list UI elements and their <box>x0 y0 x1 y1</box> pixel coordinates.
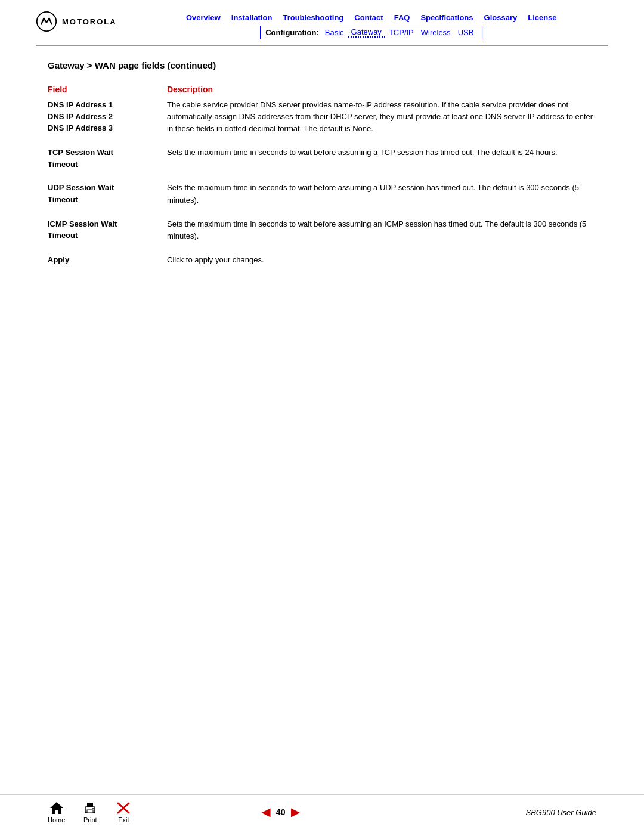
footer-navigation: Home Print Exit <box>48 801 148 823</box>
nav-license[interactable]: License <box>528 13 556 22</box>
desc-text: The cable service provider DNS server pr… <box>167 100 593 133</box>
nav-specifications[interactable]: Specifications <box>420 13 473 22</box>
guide-name: SBG900 User Guide <box>525 808 596 817</box>
navigation-area: Overview Installation Troubleshooting Co… <box>135 11 608 39</box>
top-navigation: Overview Installation Troubleshooting Co… <box>186 13 557 22</box>
sub-nav-label: Configuration: <box>265 28 319 37</box>
table-row: UDP Session WaitTimeout Sets the maximum… <box>48 179 596 208</box>
field-cell: Apply <box>48 252 167 268</box>
nav-overview[interactable]: Overview <box>186 13 221 22</box>
field-name: DNS IP Address 1DNS IP Address 2DNS IP A… <box>48 99 167 134</box>
desc-text: Sets the maximum time in seconds to wait… <box>167 183 579 204</box>
field-cell: ICMP Session WaitTimeout <box>48 216 167 244</box>
home-button[interactable]: Home <box>48 801 65 823</box>
field-name: Apply <box>48 254 167 266</box>
field-name: UDP Session WaitTimeout <box>48 182 167 205</box>
desc-cell: Sets the maximum time in seconds to wait… <box>167 144 596 172</box>
next-page-arrow[interactable]: ▶ <box>291 806 299 819</box>
col-field-header: Field <box>48 82 167 97</box>
page-header: MOTOROLA Overview Installation Troublesh… <box>0 0 644 45</box>
nav-glossary[interactable]: Glossary <box>484 13 518 22</box>
desc-text: Click to apply your changes. <box>167 255 264 264</box>
table-row-spacer <box>48 209 596 216</box>
exit-label: Exit <box>118 816 129 823</box>
motorola-logo-icon <box>36 11 57 32</box>
field-cell: UDP Session WaitTimeout <box>48 179 167 208</box>
nav-contact[interactable]: Contact <box>354 13 383 22</box>
page-footer: Home Print Exit <box>0 794 644 833</box>
table-row-spacer <box>48 137 596 144</box>
page-indicator: ◀ 40 ▶ <box>262 806 300 819</box>
exit-icon <box>115 801 132 815</box>
print-label: Print <box>83 816 97 823</box>
page-number: 40 <box>276 807 286 817</box>
col-desc-header: Description <box>167 82 596 97</box>
svg-marker-1 <box>50 802 63 814</box>
fields-table: Field Description DNS IP Address 1DNS IP… <box>48 82 596 268</box>
desc-text: Sets the maximum time in seconds to wait… <box>167 148 558 157</box>
nav-installation[interactable]: Installation <box>231 13 273 22</box>
brand-name: MOTOROLA <box>62 17 117 26</box>
nav-troubleshooting[interactable]: Troubleshooting <box>283 13 343 22</box>
desc-cell: The cable service provider DNS server pr… <box>167 97 596 137</box>
field-cell: TCP Session WaitTimeout <box>48 144 167 172</box>
logo-area: MOTOROLA <box>36 11 117 32</box>
table-row-spacer <box>48 172 596 179</box>
svg-point-5 <box>92 808 94 809</box>
prev-page-arrow[interactable]: ◀ <box>262 806 270 819</box>
subnav-tcpip[interactable]: TCP/IP <box>385 28 417 37</box>
main-content: Gateway > WAN page fields (continued) Fi… <box>0 46 644 280</box>
desc-text: Sets the maximum time in seconds to wait… <box>167 219 586 240</box>
subnav-usb[interactable]: USB <box>454 28 478 37</box>
page-title: Gateway > WAN page fields (continued) <box>48 60 596 70</box>
home-label: Home <box>48 816 65 823</box>
home-icon <box>48 801 65 815</box>
print-icon <box>82 801 98 815</box>
field-cell: DNS IP Address 1DNS IP Address 2DNS IP A… <box>48 97 167 137</box>
table-row: ICMP Session WaitTimeout Sets the maximu… <box>48 216 596 244</box>
subnav-gateway[interactable]: Gateway <box>348 27 385 38</box>
subnav-basic[interactable]: Basic <box>321 28 348 37</box>
table-row-spacer <box>48 244 596 252</box>
field-name: TCP Session WaitTimeout <box>48 147 167 170</box>
table-row: TCP Session WaitTimeout Sets the maximum… <box>48 144 596 172</box>
field-name: ICMP Session WaitTimeout <box>48 218 167 241</box>
exit-button[interactable]: Exit <box>115 801 132 823</box>
desc-cell: Sets the maximum time in seconds to wait… <box>167 179 596 208</box>
print-button[interactable]: Print <box>82 801 98 823</box>
svg-rect-3 <box>87 803 93 807</box>
sub-navigation: Configuration: Basic Gateway TCP/IP Wire… <box>260 26 482 39</box>
svg-rect-4 <box>87 810 93 813</box>
nav-faq[interactable]: FAQ <box>394 13 410 22</box>
desc-cell: Sets the maximum time in seconds to wait… <box>167 216 596 244</box>
table-row: DNS IP Address 1DNS IP Address 2DNS IP A… <box>48 97 596 137</box>
subnav-wireless[interactable]: Wireless <box>417 28 454 37</box>
desc-cell: Click to apply your changes. <box>167 252 596 268</box>
table-row: Apply Click to apply your changes. <box>48 252 596 268</box>
